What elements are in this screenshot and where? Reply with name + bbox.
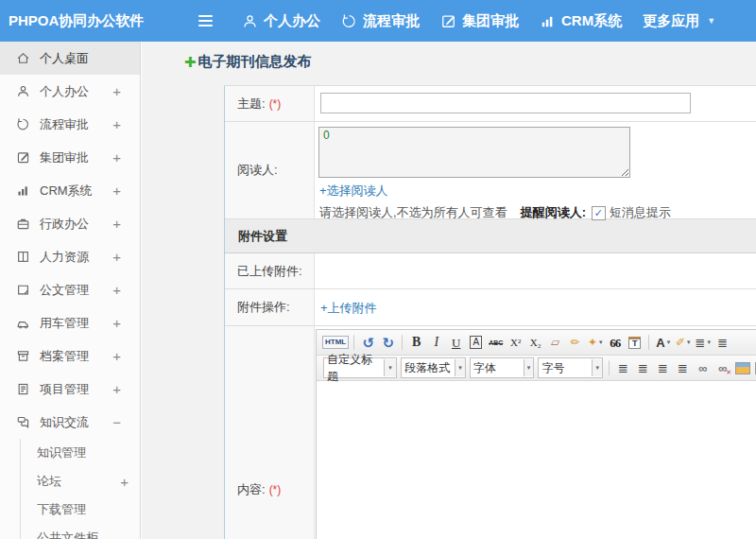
superscript-icon[interactable]: X² [507, 333, 524, 352]
sidebar-subitem-download-management[interactable]: 下载管理 [21, 496, 140, 524]
expand-toggle-icon[interactable]: + [120, 474, 129, 490]
expand-toggle-icon[interactable]: + [112, 149, 121, 165]
chat-icon [16, 415, 30, 429]
edit-icon [440, 13, 456, 29]
sidebar-item-workflow-approval[interactable]: 流程审批 + [0, 108, 140, 141]
nav-personal-office[interactable]: 个人办公 [242, 12, 320, 30]
attachments-section-title: 附件设置 [225, 219, 756, 252]
highlight-color-icon[interactable]: ✐ ▾ [674, 333, 692, 352]
redo-icon[interactable]: ↻ [379, 333, 397, 352]
editor-content-area[interactable] [317, 381, 756, 539]
expand-toggle-icon[interactable]: + [112, 83, 121, 99]
sidebar-item-archive-management[interactable]: 档案管理 + [0, 339, 140, 373]
underline-icon[interactable]: U [447, 333, 465, 352]
nav-workflow-approval[interactable]: 流程审批 [341, 12, 420, 30]
expand-toggle-icon[interactable]: + [112, 315, 121, 331]
history-icon [16, 117, 30, 131]
sidebar-subitem-knowledge-management[interactable]: 知识管理 [21, 439, 140, 467]
expand-toggle-icon[interactable]: + [112, 216, 121, 232]
editor-toolbar-row2: 自定义标题 ▾ 段落格式 ▾ 字体 ▾ 字号 ▾ [317, 356, 756, 381]
align-right-icon[interactable]: ≣ [654, 358, 672, 377]
toolbar-separator [353, 335, 354, 350]
page-title-bar: ✚ 电子期刊信息发布 [184, 53, 312, 71]
app-title: PHPOA协同办公软件 [0, 12, 185, 30]
char-border-icon[interactable]: A [467, 333, 485, 352]
sidebar-item-document-management[interactable]: 公文管理 + [0, 273, 140, 306]
remind-readers-label: 提醒阅读人: [521, 204, 586, 221]
align-center-icon[interactable]: ≣ [634, 358, 652, 377]
subject-row: 主题: (*) [225, 86, 756, 122]
expand-toggle-icon[interactable]: + [112, 381, 121, 397]
eraser-icon[interactable]: ▱ [546, 333, 564, 352]
toolbar-separator [402, 335, 403, 350]
subscript-icon[interactable]: X₂ [526, 333, 544, 352]
blockquote-icon[interactable]: 66 [606, 333, 624, 352]
nav-group-approval[interactable]: 集团审批 [440, 12, 519, 30]
caret-down-icon: ▾ [667, 339, 671, 346]
italic-icon[interactable]: I [427, 333, 445, 352]
readers-textarea[interactable]: 0 [318, 127, 630, 178]
project-icon [16, 382, 30, 396]
sidebar-item-admin-office[interactable]: 行政办公 + [0, 207, 140, 240]
upload-attachment-link[interactable]: +上传附件 [320, 300, 377, 317]
user-icon [242, 13, 258, 29]
expand-toggle-icon[interactable]: + [112, 116, 121, 132]
expand-toggle-icon[interactable]: + [112, 183, 121, 199]
caret-down-icon: ▾ [524, 359, 534, 376]
choose-readers-link[interactable]: +选择阅读人 [319, 183, 388, 200]
menu-icon[interactable] [198, 12, 215, 29]
link-icon[interactable]: ∞ [694, 358, 712, 377]
nav-more-apps[interactable]: 更多应用 ▼ [643, 12, 715, 30]
unlink-icon[interactable]: ∞ [713, 358, 731, 377]
nav-crm-system[interactable]: CRM系统 [540, 12, 622, 30]
add-icon: ✚ [184, 54, 197, 71]
readers-label: 阅读人: [237, 162, 278, 179]
paragraph-format-select[interactable]: 段落格式 ▾ [401, 357, 466, 378]
paste-as-text-icon[interactable]: T [626, 333, 644, 352]
sidebar-item-personal-desktop[interactable]: 个人桌面 [0, 42, 140, 75]
ordered-list-icon[interactable]: ≣ ▾ [694, 333, 712, 352]
sidebar-item-vehicle-management[interactable]: 用车管理 + [0, 306, 140, 339]
rich-text-editor: HTML ↺ ↻ [316, 329, 756, 539]
custom-title-select[interactable]: 自定义标题 ▾ [323, 357, 397, 378]
expand-toggle-icon[interactable]: + [112, 249, 121, 265]
car-icon [16, 316, 30, 330]
insert-image-icon[interactable] [733, 358, 751, 377]
attachment-actions-row: 附件操作: +上传附件 [225, 289, 756, 326]
align-justify-icon[interactable]: ≣ [674, 358, 692, 377]
sidebar-item-knowledge-exchange[interactable]: 知识交流 − [0, 406, 140, 439]
readers-hint: 请选择阅读人,不选为所有人可查看 [319, 204, 507, 221]
unordered-list-icon[interactable]: ≣ [713, 333, 731, 352]
sidebar-item-project-management[interactable]: 项目管理 + [0, 373, 140, 406]
sidebar-subitem-public-file-cabinet[interactable]: 公共文件柜 [21, 524, 140, 539]
bold-icon[interactable]: B [407, 333, 425, 352]
doc-icon [16, 283, 30, 297]
uploaded-attachments-label: 已上传附件: [237, 263, 302, 280]
expand-toggle-icon[interactable]: + [112, 348, 121, 364]
sidebar-item-group-approval[interactable]: 集团审批 + [0, 141, 140, 174]
font-family-select[interactable]: 字体 ▾ [470, 357, 535, 378]
archive-icon [16, 349, 30, 363]
undo-icon[interactable]: ↺ [359, 333, 377, 352]
format-brush-icon[interactable]: ✏ [566, 333, 584, 352]
sidebar-subitem-forum[interactable]: 论坛 + [21, 467, 140, 496]
sidebar-item-crm-system[interactable]: CRM系统 + [0, 174, 140, 207]
auto-typeset-icon[interactable]: ✦ ▾ [586, 333, 604, 352]
align-left-icon[interactable]: ≣ [614, 358, 632, 377]
briefcase-icon [16, 217, 30, 231]
expand-toggle-icon[interactable]: + [112, 282, 121, 298]
expand-toggle-icon[interactable]: − [112, 414, 121, 430]
caret-down-icon: ▾ [592, 359, 602, 376]
html-source-button[interactable]: HTML [322, 333, 349, 352]
strikethrough-icon[interactable]: ABC [487, 333, 505, 352]
font-color-icon[interactable]: A ▾ [654, 333, 672, 352]
required-mark: (*) [269, 483, 282, 496]
sidebar-item-human-resources[interactable]: 人力资源 + [0, 240, 140, 273]
caret-down-icon: ▾ [384, 359, 396, 376]
font-size-select[interactable]: 字号 ▾ [538, 357, 603, 378]
edit-icon [16, 150, 30, 165]
subject-input[interactable] [320, 93, 691, 113]
sms-notify-checkbox[interactable]: ✓ [592, 206, 606, 220]
sidebar-item-personal-office[interactable]: 个人办公 + [0, 75, 140, 108]
uploaded-attachments-row: 已上传附件: [225, 253, 756, 289]
